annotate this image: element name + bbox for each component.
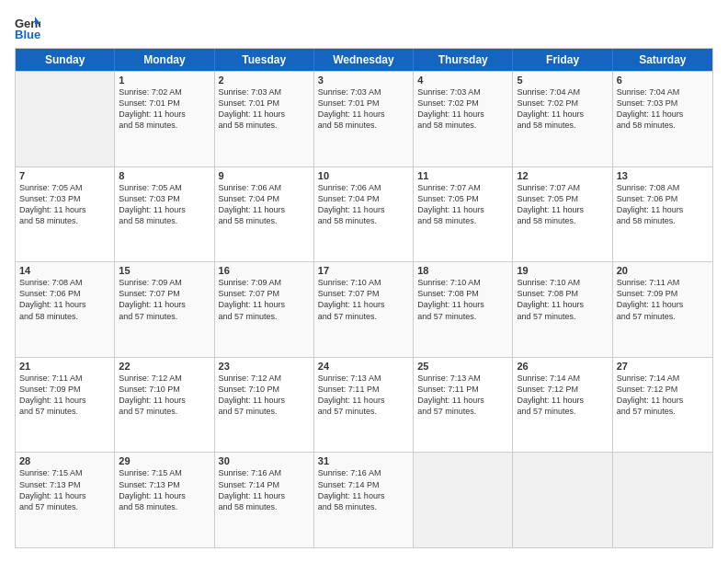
cell-info-line: Sunset: 7:13 PM: [19, 479, 110, 490]
calendar-cell: 6Sunrise: 7:04 AMSunset: 7:03 PMDaylight…: [613, 72, 712, 167]
svg-text:Blue: Blue: [15, 28, 40, 40]
day-number: 26: [517, 361, 608, 372]
cell-info-line: Sunset: 7:10 PM: [119, 384, 210, 395]
calendar-cell: 13Sunrise: 7:08 AMSunset: 7:06 PMDayligh…: [613, 167, 712, 262]
calendar-cell: 7Sunrise: 7:05 AMSunset: 7:03 PMDaylight…: [16, 167, 115, 262]
cell-info-line: Sunrise: 7:05 AM: [19, 182, 110, 193]
calendar-cell: 30Sunrise: 7:16 AMSunset: 7:14 PMDayligh…: [215, 453, 314, 547]
cell-info-line: and 57 minutes.: [19, 406, 110, 417]
cell-info-line: Daylight: 11 hours: [219, 109, 310, 120]
day-number: 28: [19, 455, 110, 466]
calendar-cell: 8Sunrise: 7:05 AMSunset: 7:03 PMDaylight…: [115, 167, 214, 262]
cell-info-line: Sunrise: 7:13 AM: [318, 373, 409, 384]
cell-info-line: and 58 minutes.: [318, 215, 409, 226]
cell-info-line: Sunset: 7:08 PM: [517, 288, 608, 299]
col-header-saturday: Saturday: [613, 49, 712, 71]
cell-info-line: Daylight: 11 hours: [318, 395, 409, 406]
day-number: 24: [318, 361, 409, 372]
day-number: 25: [417, 361, 508, 372]
cell-info-line: and 57 minutes.: [119, 311, 210, 322]
cell-info-line: and 58 minutes.: [19, 311, 110, 322]
calendar-cell: 28Sunrise: 7:15 AMSunset: 7:13 PMDayligh…: [16, 453, 115, 547]
cell-info-line: Sunset: 7:03 PM: [119, 193, 210, 204]
cell-info-line: Daylight: 11 hours: [417, 395, 508, 406]
cell-info-line: and 58 minutes.: [119, 501, 210, 512]
cell-info-line: and 57 minutes.: [417, 406, 508, 417]
day-number: 17: [318, 265, 409, 276]
cell-info-line: Daylight: 11 hours: [517, 109, 608, 120]
cell-info-line: Sunrise: 7:05 AM: [119, 182, 210, 193]
cell-info-line: Sunset: 7:04 PM: [318, 193, 409, 204]
cell-info-line: Daylight: 11 hours: [119, 204, 210, 215]
cell-info-line: Daylight: 11 hours: [417, 109, 508, 120]
calendar-cell: 21Sunrise: 7:11 AMSunset: 7:09 PMDayligh…: [16, 358, 115, 453]
col-header-wednesday: Wednesday: [314, 49, 414, 71]
cell-info-line: and 58 minutes.: [318, 120, 409, 131]
calendar-cell: [613, 453, 712, 547]
day-number: 11: [417, 170, 508, 181]
day-number: 14: [19, 265, 110, 276]
calendar-cell: 9Sunrise: 7:06 AMSunset: 7:04 PMDaylight…: [215, 167, 314, 262]
cell-info-line: Daylight: 11 hours: [617, 109, 709, 120]
cell-info-line: Daylight: 11 hours: [417, 299, 508, 310]
day-number: 12: [517, 170, 608, 181]
day-number: 29: [119, 455, 210, 466]
cell-info-line: Sunrise: 7:07 AM: [517, 182, 608, 193]
cell-info-line: Sunset: 7:08 PM: [417, 288, 508, 299]
cell-info-line: and 57 minutes.: [517, 406, 608, 417]
day-number: 10: [318, 170, 409, 181]
cell-info-line: and 57 minutes.: [318, 406, 409, 417]
cell-info-line: and 58 minutes.: [417, 120, 508, 131]
calendar-cell: 5Sunrise: 7:04 AMSunset: 7:02 PMDaylight…: [513, 72, 612, 167]
cell-info-line: Sunset: 7:02 PM: [417, 98, 508, 109]
day-number: 20: [617, 265, 709, 276]
cell-info-line: and 58 minutes.: [119, 215, 210, 226]
calendar-cell: 19Sunrise: 7:10 AMSunset: 7:08 PMDayligh…: [513, 262, 612, 357]
cell-info-line: and 57 minutes.: [219, 406, 310, 417]
cell-info-line: and 57 minutes.: [119, 406, 210, 417]
cell-info-line: Sunrise: 7:14 AM: [617, 373, 709, 384]
day-number: 6: [617, 75, 709, 86]
cell-info-line: Sunrise: 7:09 AM: [119, 277, 210, 288]
cell-info-line: Sunset: 7:07 PM: [119, 288, 210, 299]
day-number: 23: [219, 361, 310, 372]
calendar-cell: 22Sunrise: 7:12 AMSunset: 7:10 PMDayligh…: [115, 358, 214, 453]
cell-info-line: Sunset: 7:01 PM: [219, 98, 310, 109]
day-number: 4: [417, 75, 508, 86]
cell-info-line: Sunset: 7:06 PM: [617, 193, 709, 204]
calendar-cell: [513, 453, 612, 547]
day-number: 16: [219, 265, 310, 276]
col-header-monday: Monday: [115, 49, 214, 71]
cell-info-line: Sunrise: 7:07 AM: [417, 182, 508, 193]
cell-info-line: Sunset: 7:12 PM: [617, 384, 709, 395]
col-header-thursday: Thursday: [414, 49, 513, 71]
calendar-cell: 10Sunrise: 7:06 AMSunset: 7:04 PMDayligh…: [314, 167, 414, 262]
cell-info-line: Sunrise: 7:11 AM: [617, 277, 709, 288]
cell-info-line: and 58 minutes.: [219, 215, 310, 226]
cell-info-line: Sunrise: 7:03 AM: [219, 86, 310, 98]
cell-info-line: Sunrise: 7:11 AM: [19, 373, 110, 384]
calendar-cell: 1Sunrise: 7:02 AMSunset: 7:01 PMDaylight…: [115, 72, 214, 167]
day-number: 5: [517, 75, 608, 86]
cell-info-line: Sunset: 7:11 PM: [417, 384, 508, 395]
cell-info-line: Daylight: 11 hours: [19, 299, 110, 310]
logo: General Blue: [15, 15, 40, 40]
cell-info-line: Sunrise: 7:16 AM: [219, 467, 310, 478]
cell-info-line: Daylight: 11 hours: [517, 204, 608, 215]
calendar-body: 1Sunrise: 7:02 AMSunset: 7:01 PMDaylight…: [16, 71, 712, 547]
calendar-cell: 2Sunrise: 7:03 AMSunset: 7:01 PMDaylight…: [215, 72, 314, 167]
cell-info-line: and 58 minutes.: [517, 120, 608, 131]
calendar-header: SundayMondayTuesdayWednesdayThursdayFrid…: [16, 49, 712, 71]
cell-info-line: Sunset: 7:10 PM: [219, 384, 310, 395]
cell-info-line: Sunrise: 7:12 AM: [219, 373, 310, 384]
cell-info-line: Sunrise: 7:04 AM: [617, 86, 709, 98]
day-number: 27: [617, 361, 709, 372]
calendar-cell: 12Sunrise: 7:07 AMSunset: 7:05 PMDayligh…: [513, 167, 612, 262]
cell-info-line: and 58 minutes.: [219, 501, 310, 512]
cell-info-line: Daylight: 11 hours: [617, 299, 709, 310]
day-number: 31: [318, 455, 409, 466]
cell-info-line: Daylight: 11 hours: [617, 204, 709, 215]
cell-info-line: Daylight: 11 hours: [119, 490, 210, 501]
cell-info-line: and 57 minutes.: [617, 406, 709, 417]
cell-info-line: Sunrise: 7:03 AM: [318, 86, 409, 98]
